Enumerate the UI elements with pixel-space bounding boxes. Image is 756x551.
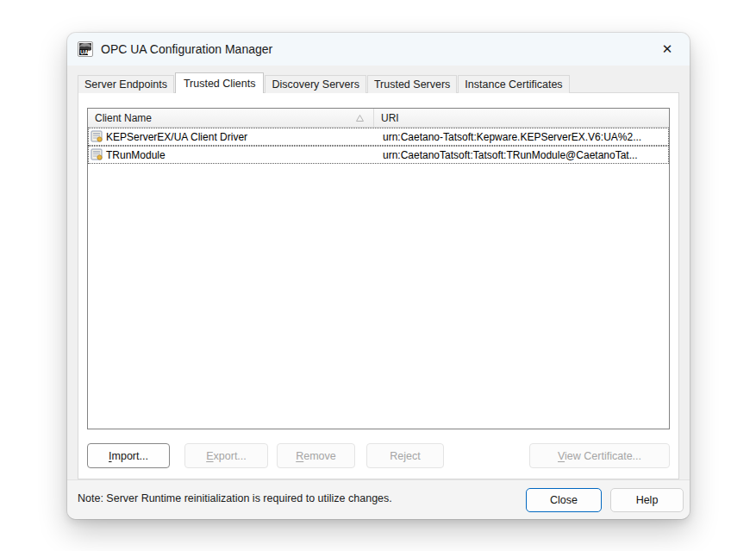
column-header-uri[interactable]: URI (374, 109, 669, 127)
client-name-column-label: Client Name (95, 112, 152, 124)
desktop-background: UA OPC UA Configuration Manager ✕ Server… (0, 0, 756, 551)
list-header-row: Client Name URI (88, 109, 669, 128)
certificate-icon (91, 148, 103, 161)
column-header-client-name[interactable]: Client Name (88, 109, 374, 127)
uri-column-label: URI (381, 112, 399, 124)
dialog-footer: Note: Server Runtime reinitialization is… (67, 479, 690, 519)
export-button[interactable]: Export... (184, 443, 268, 468)
tab-strip: Server Endpoints Trusted Clients Discove… (78, 72, 571, 93)
trusted-clients-list: Client Name URI (87, 108, 670, 429)
close-icon: ✕ (662, 41, 673, 57)
view-certificate-button[interactable]: View Certificate... (529, 443, 670, 468)
runtime-note-text: Note: Server Runtime reinitialization is… (78, 492, 392, 504)
close-window-button[interactable]: ✕ (650, 36, 684, 62)
reject-button[interactable]: Reject (366, 443, 444, 468)
action-button-row: Import... Export... Remove Reject View C… (78, 443, 678, 468)
client-uri-cell: urn:CaetanoTatsoft:Tatsoft:TRunModule@Ca… (383, 149, 638, 161)
certificate-icon (91, 130, 103, 143)
client-name-cell: KEPServerEX/UA Client Driver (106, 131, 247, 143)
opcua-configuration-manager-dialog: UA OPC UA Configuration Manager ✕ Server… (67, 33, 690, 519)
sort-ascending-icon (355, 114, 365, 122)
trusted-clients-tab-panel: Client Name URI (78, 92, 679, 479)
remove-button[interactable]: Remove (277, 443, 355, 468)
window-title: OPC UA Configuration Manager (101, 42, 272, 56)
tab-server-endpoints[interactable]: Server Endpoints (78, 75, 174, 93)
tab-instance-certificates[interactable]: Instance Certificates (458, 75, 569, 93)
import-button[interactable]: Import... (87, 443, 170, 468)
close-button[interactable]: Close (526, 488, 602, 512)
list-item-trunmodule[interactable]: TRunModule urn:CaetanoTatsoft:Tatsoft:TR… (88, 146, 669, 164)
help-button[interactable]: Help (610, 488, 684, 512)
tab-trusted-clients[interactable]: Trusted Clients (175, 72, 265, 93)
client-name-cell: TRunModule (106, 149, 166, 161)
client-uri-cell: urn:Caetano-Tatsoft:Kepware.KEPServerEX.… (383, 131, 641, 143)
tab-trusted-servers[interactable]: Trusted Servers (367, 75, 457, 93)
svg-text:UA: UA (80, 49, 89, 55)
list-item-kepserverex[interactable]: KEPServerEX/UA Client Driver urn:Caetano… (88, 128, 669, 146)
tab-discovery-servers[interactable]: Discovery Servers (265, 75, 366, 93)
opc-ua-logo-icon: UA (78, 41, 93, 57)
title-bar: UA OPC UA Configuration Manager ✕ (67, 33, 690, 66)
